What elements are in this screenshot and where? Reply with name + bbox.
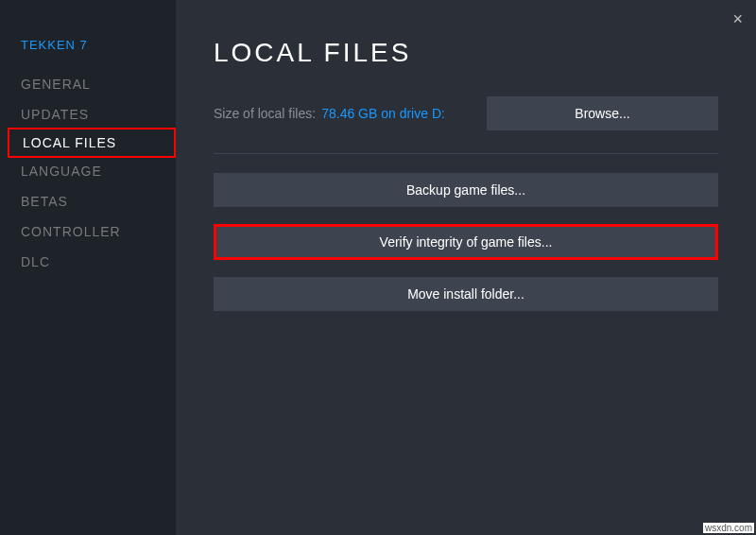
move-folder-button[interactable]: Move install folder... xyxy=(214,277,718,311)
sidebar: TEKKEN 7 GENERAL UPDATES LOCAL FILES LAN… xyxy=(0,0,176,535)
close-icon[interactable]: × xyxy=(732,9,743,29)
verify-integrity-button[interactable]: Verify integrity of game files... xyxy=(214,224,718,260)
sidebar-item-betas[interactable]: BETAS xyxy=(0,186,176,216)
sidebar-item-updates[interactable]: UPDATES xyxy=(0,99,176,129)
size-info-row: Size of local files: 78.46 GB on drive D… xyxy=(214,96,718,130)
sidebar-item-controller[interactable]: CONTROLLER xyxy=(0,216,176,247)
watermark: wsxdn.com xyxy=(703,523,754,533)
sidebar-item-general[interactable]: GENERAL xyxy=(0,69,176,99)
sidebar-item-local-files[interactable]: LOCAL FILES xyxy=(8,128,176,158)
size-value: 78.46 GB on drive D: xyxy=(321,106,481,121)
sidebar-item-dlc[interactable]: DLC xyxy=(0,247,176,277)
main-panel: × LOCAL FILES Size of local files: 78.46… xyxy=(176,0,756,535)
size-label: Size of local files: xyxy=(214,106,316,121)
divider xyxy=(214,153,718,154)
game-title: TEKKEN 7 xyxy=(0,19,176,69)
backup-button[interactable]: Backup game files... xyxy=(214,173,718,207)
browse-button[interactable]: Browse... xyxy=(487,96,718,130)
sidebar-item-language[interactable]: LANGUAGE xyxy=(0,156,176,186)
page-title: LOCAL FILES xyxy=(214,38,718,68)
